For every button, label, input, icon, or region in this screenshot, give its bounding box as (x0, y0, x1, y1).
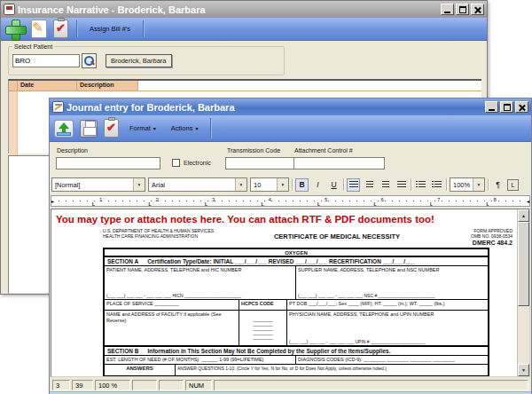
patient-supplier-row: PATIENT NAME, ADDRESS, TELEPHONE and HIC… (105, 266, 488, 300)
patient-search-button[interactable] (82, 53, 97, 68)
maximize-button[interactable] (456, 4, 469, 15)
font-family-value: Arial (152, 181, 235, 189)
status-cell: 39 (72, 380, 93, 390)
minimize-button[interactable] (485, 101, 498, 113)
attachment-control-label: Attachment Control # (294, 147, 353, 154)
grid-header: DateDescription (18, 81, 138, 91)
patient-dob-cell: PT DOB ___/___/___; Sex ____ (M/F); HT. … (287, 300, 488, 310)
chevron-down-icon[interactable]: ▾ (473, 178, 484, 191)
electronic-checkbox[interactable] (172, 159, 180, 167)
ruler-number: 8 (494, 197, 497, 202)
scroll-up-button[interactable]: ▲ (518, 209, 529, 222)
document-editor[interactable]: You may type or attach notes here. You c… (51, 209, 530, 377)
italic-button[interactable]: I (311, 178, 325, 192)
post-entry-button[interactable] (54, 115, 74, 141)
toolbar-separator (76, 20, 77, 38)
maximize-button[interactable] (500, 101, 513, 113)
font-family-combo[interactable]: Arial▾ (148, 177, 247, 192)
insurance-titlebar[interactable]: Insurance Narrative - Broderick, Barbara (1, 1, 487, 18)
patient-phone-line: (___ ___) ___ ___ - ___ ___ ___ HICN ___… (106, 293, 293, 298)
agency-line-2: HEALTH CARE FINANCING ADMINISTRATION (103, 233, 238, 239)
form-title: CERTIFICATE OF MEDICAL NECESSITY (238, 232, 436, 240)
tab-stop-mark[interactable]: L (205, 201, 207, 207)
tab-stop-mark[interactable]: L (149, 201, 152, 207)
attachment-control-input[interactable] (293, 157, 385, 169)
justify-button[interactable] (395, 178, 408, 192)
underline-button[interactable]: U (327, 178, 340, 192)
close-button[interactable] (471, 4, 484, 15)
format-separator (411, 178, 411, 191)
journal-window-icon (52, 101, 64, 113)
paragraph-marks-button[interactable]: ¶ (491, 178, 505, 192)
verify-narrative-button[interactable]: ✔ (53, 18, 68, 40)
format-separator (292, 178, 293, 191)
plus-icon (5, 20, 25, 39)
ruler[interactable]: ▸ ◂ 1L2L3L4L5L6L7L8L (51, 195, 530, 207)
scroll-up-icon: ▲ (521, 213, 526, 218)
tab-stop-mark[interactable]: L (92, 201, 95, 207)
zoom-value: 100% (453, 181, 473, 189)
chevron-down-icon[interactable]: ▾ (235, 178, 246, 191)
tab-stop-mark[interactable]: L (487, 201, 489, 207)
save-button[interactable] (80, 115, 98, 141)
ruler-number: 4 (269, 197, 271, 202)
bold-button[interactable]: B (295, 178, 309, 192)
description-input[interactable] (56, 157, 160, 169)
ruler-number: 3 (212, 197, 215, 202)
align-center-button[interactable] (363, 178, 376, 192)
bullet-list-button[interactable] (414, 178, 427, 192)
maximize-icon (504, 104, 511, 111)
patient-search-input[interactable] (12, 54, 80, 67)
tab-stop-mark[interactable]: L (374, 201, 377, 207)
status-cell: NUM (185, 380, 212, 390)
answers-label: ANSWERS (105, 365, 176, 375)
supplier-label: SUPPLIER NAME, ADDRESS, TELEPHONE and NS… (298, 267, 486, 272)
actions-menu-button[interactable]: Actions ▾ (167, 122, 203, 135)
scroll-down-button[interactable]: ▼ (518, 364, 529, 376)
left-indent-marker[interactable]: ▸ (51, 198, 54, 204)
column-header[interactable]: Date (18, 81, 77, 91)
pilcrow-icon: ¶ (496, 180, 500, 189)
journal-titlebar[interactable]: Journal entry for Broderick, Barbara (50, 98, 531, 115)
formatting-toolbar: [Normal]▾ Arial▾ 10▾ B I U 100%▾ ¶ L (51, 176, 530, 193)
zoom-combo[interactable]: 100%▾ (450, 177, 485, 192)
edit-narrative-button[interactable]: ✎ (31, 18, 47, 40)
align-right-button[interactable] (379, 178, 392, 192)
section-a-row: SECTION A Certification Type/Date: INITI… (105, 257, 488, 266)
align-left-button[interactable] (347, 178, 360, 192)
minimize-button[interactable] (441, 4, 454, 15)
ruler-number: 6 (381, 197, 384, 202)
form-category-band: OXYGEN (105, 249, 488, 257)
chevron-down-icon[interactable]: ▾ (133, 178, 145, 191)
add-narrative-button[interactable] (5, 18, 25, 40)
assign-bill-numbers-button[interactable]: Assign Bill #'s (85, 22, 135, 35)
minimize-icon (489, 103, 495, 111)
justify-icon (397, 181, 406, 189)
place-of-service-row: PLACE OF SERVICE _________ HCPCS CODE PT… (105, 300, 488, 311)
patient-cell: PATIENT NAME, ADDRESS, TELEPHONE and HIC… (105, 266, 296, 299)
tab-stop-mark[interactable]: L (317, 201, 320, 207)
tab-stop-mark[interactable]: L (430, 201, 433, 207)
supplier-phone-line: (___ ___) ___ ___ - ___ ___ ___ NSC # __… (298, 293, 486, 298)
select-patient-group: Select Patient Broderick, Barbara (8, 43, 285, 75)
column-header[interactable]: Description (77, 81, 138, 91)
floppy-disk-icon (80, 120, 98, 138)
paragraph-style-combo[interactable]: [Normal]▾ (51, 177, 145, 192)
right-indent-marker[interactable]: ◂ (527, 198, 529, 204)
format-menu-button[interactable]: Format ▾ (125, 122, 160, 135)
numbered-list-button[interactable] (430, 178, 443, 192)
place-of-service-cell: PLACE OF SERVICE _________ (105, 300, 239, 310)
verify-button[interactable]: ✔ (104, 115, 119, 141)
font-size-combo[interactable]: 10▾ (250, 177, 289, 192)
scrollbar-thumb[interactable] (518, 222, 529, 306)
close-button[interactable] (515, 101, 528, 113)
actions-menu-label: Actions (171, 124, 193, 132)
chevron-down-icon[interactable]: ▾ (277, 178, 288, 191)
page-layout-button[interactable]: L (507, 179, 519, 191)
format-menu-label: Format (129, 124, 151, 132)
vertical-scrollbar[interactable]: ▲ ▼ (517, 209, 529, 376)
tab-stop-mark[interactable]: L (262, 201, 264, 207)
form-code: DMERC 484.2 (436, 240, 512, 248)
edit-note-icon: ✎ (31, 20, 47, 38)
grid-corner (9, 81, 18, 91)
